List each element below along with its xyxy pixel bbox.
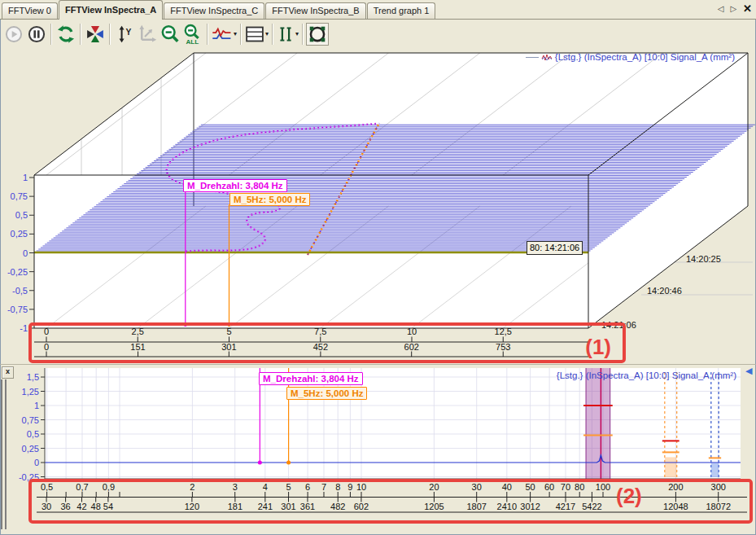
spectrum-y-axis: 1,51,2510,750,50,250-0,25	[19, 372, 45, 482]
toolbar-separator	[80, 24, 81, 45]
toolbar-separator	[109, 24, 111, 45]
svg-text:ALL: ALL	[186, 37, 199, 44]
toolbar: YALL▾▾▾	[0, 20, 756, 47]
pan-axes-icon	[138, 24, 157, 44]
tab-fftview-inspectra-c[interactable]: FFTView InSpectra_C	[164, 2, 264, 19]
marker-label-5hz-bottom[interactable]: M_5Hz: 5,000 Hz	[286, 387, 367, 400]
toolbar-separator	[207, 24, 208, 45]
svg-text:0,25: 0,25	[22, 444, 39, 454]
splitter-grip-right[interactable]	[5, 379, 7, 529]
legend-waveform-icon	[541, 53, 553, 62]
annotation-box-1: (1)	[28, 322, 626, 363]
svg-text:1: 1	[23, 173, 28, 182]
spectrum-legend: {Lstg.} (InSpectra_A) [10:0] Signal_A (m…	[557, 371, 736, 380]
curve-style-button[interactable]: ▾	[211, 23, 238, 46]
toolbar-separator	[240, 24, 242, 45]
pane-close-button[interactable]: x	[2, 366, 14, 379]
cursor-readout-box: 80: 14:21:06	[527, 241, 583, 255]
pane-splitter[interactable]	[0, 364, 756, 365]
cursor-tools-button-dropdown-icon[interactable]: ▾	[295, 30, 299, 37]
waterfall-legend: {Lstg.} (InSpectra_A) [10:0] Signal_A (m…	[526, 52, 735, 62]
cursor-icon	[277, 25, 295, 43]
layout-button-dropdown-icon[interactable]: ▾	[265, 30, 269, 37]
tab-fftview-0[interactable]: FFTView 0	[2, 2, 58, 19]
svg-text:Y: Y	[125, 28, 131, 37]
tab-fftview-inspectra-b[interactable]: FFTView InSpectra_B	[265, 2, 365, 19]
time-label-14-20-25: 14:20:25	[686, 254, 721, 264]
zoom-all-icon: ALL	[182, 24, 203, 45]
close-icon[interactable]: ✕	[743, 3, 752, 15]
color-wheel-button[interactable]	[84, 23, 107, 46]
color-wheel-icon	[85, 24, 105, 44]
svg-text:-0,75: -0,75	[7, 305, 28, 314]
layout-button[interactable]: ▾	[244, 23, 269, 46]
play-icon	[5, 25, 23, 43]
annotation-1-label: (1)	[585, 335, 611, 360]
legend-series-label: {Lstg.} (InSpectra_A) [10:0] Signal_A (m…	[555, 52, 735, 62]
svg-text:0,75: 0,75	[11, 191, 28, 201]
marker-label-drehzahl-top[interactable]: M_Drehzahl: 3,804 Hz	[183, 179, 287, 192]
legend-line-sample	[526, 57, 539, 58]
y-scale-icon: Y	[116, 25, 133, 43]
annotation-2-label: (2)	[616, 484, 642, 509]
layout-icon	[245, 25, 264, 43]
zoom-all-button[interactable]: ALL	[181, 23, 204, 46]
pause-button[interactable]	[25, 23, 48, 46]
pause-icon	[28, 25, 46, 43]
toolbar-separator	[302, 24, 304, 45]
refresh-button[interactable]	[55, 23, 77, 46]
toolbar-separator	[272, 24, 273, 45]
svg-text:0,5: 0,5	[27, 429, 39, 439]
toolbar-separator	[50, 24, 52, 45]
svg-text:1,5: 1,5	[27, 372, 39, 382]
tab-trend-graph-1[interactable]: Trend graph 1	[367, 2, 436, 19]
svg-text:0: 0	[23, 248, 28, 258]
band-ring-icon	[308, 24, 327, 44]
tab-navigation: ◁ ▷ ✕	[718, 3, 752, 15]
charts-canvas: 02,557,51012,5015130145260275310,750,50,…	[0, 0, 756, 535]
splitter-grip-left[interactable]	[1, 379, 2, 529]
annotation-box-2: (2)	[28, 479, 753, 524]
marker-label-drehzahl-bottom[interactable]: M_Drehzahl: 3,804 Hz	[259, 372, 363, 385]
play-button[interactable]	[2, 23, 25, 46]
svg-text:-1: -1	[20, 323, 28, 333]
tab-fftview-inspectra-a[interactable]: FFTView InSpectra_A	[59, 0, 163, 20]
fft-application-window: 02,557,51012,5015130145260275310,750,50,…	[0, 0, 756, 535]
waterfall-3d-plot[interactable]: 02,557,51012,5015130145260275310,750,50,…	[7, 53, 755, 357]
curve-style-button-dropdown-icon[interactable]: ▾	[234, 30, 237, 37]
refresh-icon	[56, 24, 76, 44]
pan-axes-button[interactable]	[136, 23, 159, 46]
svg-text:1: 1	[34, 401, 39, 410]
zoom-out-button[interactable]	[159, 23, 181, 46]
band-marker-button[interactable]	[306, 23, 329, 46]
cursor-tools-button[interactable]: ▾	[276, 23, 299, 46]
svg-text:0,5: 0,5	[15, 210, 28, 220]
svg-text:0,25: 0,25	[11, 229, 28, 239]
tab-scroll-right-icon[interactable]: ▷	[730, 3, 736, 15]
svg-text:1,25: 1,25	[22, 387, 39, 397]
svg-text:0: 0	[34, 458, 39, 467]
svg-text:0,75: 0,75	[22, 415, 39, 425]
zoom-out-icon	[160, 24, 180, 44]
collapse-pane-icon[interactable]: ◀	[745, 366, 752, 376]
time-label-14-20-46: 14:20:46	[647, 286, 682, 296]
y-autoscale-button[interactable]: Y	[113, 23, 136, 46]
curve-style-icon	[212, 26, 233, 42]
legend-series-label: {Lstg.} (InSpectra_A) [10:0] Signal_A (m…	[557, 371, 736, 380]
waterfall-y-axis: 10,750,50,250-0,25-0,5-0,75-1	[7, 173, 34, 333]
marker-label-5hz-top[interactable]: M_5Hz: 5,000 Hz	[229, 193, 310, 206]
tab-scroll-left-icon[interactable]: ◁	[718, 3, 724, 15]
tab-bar: FFTView 0FFTView InSpectra_AFFTView InSp…	[0, 0, 756, 20]
svg-text:-0,25: -0,25	[7, 267, 28, 277]
svg-text:-0,5: -0,5	[12, 286, 28, 296]
